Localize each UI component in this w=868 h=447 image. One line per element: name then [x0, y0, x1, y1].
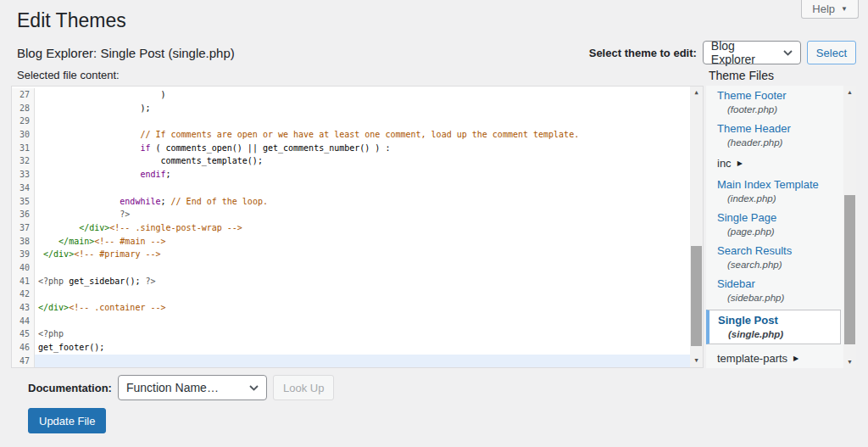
file-link-label: Single Page: [717, 212, 841, 224]
file-link-label: Sidebar: [717, 278, 841, 290]
documentation-label: Documentation:: [28, 382, 112, 394]
line-number: 32: [12, 154, 35, 168]
scroll-down-icon[interactable]: ▼: [690, 355, 703, 367]
theme-file-theme-header[interactable]: Theme Header(header.php): [706, 119, 856, 152]
theme-file-sidebar[interactable]: Sidebar(sidebar.php): [706, 274, 856, 307]
file-link-label: Theme Footer: [717, 90, 841, 102]
theme-files-panel: Theme Footer(footer.php)Theme Header(hea…: [706, 86, 856, 368]
code-line-46[interactable]: 46get_footer();: [12, 341, 703, 355]
theme-files-list: Theme Footer(footer.php)Theme Header(hea…: [706, 86, 856, 368]
code-line-35[interactable]: 35 endwhile; // End of the loop.: [12, 195, 703, 209]
theme-file-single-page[interactable]: Single Page(page.php): [706, 208, 856, 241]
file-name: (sidebar.php): [717, 293, 841, 303]
files-scrollbar[interactable]: ▲ ▼: [843, 86, 856, 368]
code-text: ): [35, 88, 703, 102]
line-number: 44: [12, 315, 35, 328]
file-link-label: Main Index Template: [717, 179, 841, 191]
code-line-34[interactable]: 34: [12, 182, 703, 195]
editor-column: Selected file content: 27 )28 );2930 // …: [11, 64, 704, 433]
theme-files-column: Theme Files Theme Footer(footer.php)Them…: [706, 64, 856, 433]
folder-label: inc: [717, 157, 732, 170]
code-text: [35, 315, 703, 328]
code-line-43[interactable]: 43</div><!-- .container -->: [12, 301, 703, 315]
code-line-36[interactable]: 36 ?>: [12, 208, 703, 221]
select-theme-button[interactable]: Select: [807, 41, 856, 64]
theme-files-title: Theme Files: [709, 69, 774, 82]
files-scrollbar-thumb[interactable]: [844, 195, 855, 344]
page-title: Edit Themes: [0, 0, 868, 32]
selected-file-content-label: Selected file content:: [17, 69, 120, 81]
documentation-row: Documentation: Function Name… Look Up: [28, 375, 704, 400]
code-text: </div><!-- .single-post-wrap -->: [35, 221, 703, 235]
line-number: 42: [12, 288, 35, 301]
line-number: 30: [12, 128, 35, 142]
code-line-31[interactable]: 31 if ( comments_open() || get_comments_…: [12, 142, 703, 155]
scroll-down-icon[interactable]: ▼: [843, 355, 856, 368]
folder-expand-icon: ▶: [793, 355, 798, 362]
theme-file-theme-footer[interactable]: Theme Footer(footer.php): [706, 86, 856, 119]
line-number: 45: [12, 327, 35, 341]
theme-select-value: Blog Explorer: [711, 39, 776, 66]
line-number: 43: [12, 301, 35, 315]
code-text: get_footer();: [35, 341, 703, 355]
code-line-44[interactable]: 44: [12, 315, 703, 328]
code-text: </div><!-- #primary -->: [35, 248, 703, 261]
code-text: <?php get_sidebar(); ?>: [35, 275, 703, 288]
chevron-down-icon: ▼: [841, 1, 848, 18]
line-number: 40: [12, 261, 35, 275]
theme-file-single-post[interactable]: Single Post(single.php): [706, 310, 841, 344]
theme-folder-template-parts[interactable]: template-parts▶: [706, 347, 856, 368]
code-text: endwhile; // End of the loop.: [35, 195, 703, 209]
code-line-45[interactable]: 45<?php: [12, 327, 703, 341]
code-line-30[interactable]: 30 // If comments are open or we have at…: [12, 128, 703, 142]
code-line-38[interactable]: 38 </main><!-- #main -->: [12, 235, 703, 249]
help-button[interactable]: Help ▼: [801, 0, 859, 19]
subtitle-row: Blog Explorer: Single Post (single.php) …: [17, 41, 856, 64]
code-line-41[interactable]: 41<?php get_sidebar(); ?>: [12, 275, 703, 288]
scroll-up-icon[interactable]: ▲: [690, 87, 703, 99]
line-number: 35: [12, 195, 35, 209]
code-line-40[interactable]: 40: [12, 261, 703, 275]
code-text: // If comments are open or we have at le…: [35, 128, 703, 142]
line-number: 47: [12, 355, 35, 368]
code-line-28[interactable]: 28 );: [12, 102, 703, 115]
line-number: 36: [12, 208, 35, 221]
scroll-up-icon[interactable]: ▲: [843, 86, 856, 98]
file-name: (footer.php): [717, 104, 841, 115]
file-breadcrumb: Blog Explorer: Single Post (single.php): [17, 46, 235, 60]
main-area: Selected file content: 27 )28 );2930 // …: [11, 64, 856, 433]
theme-file-search-results[interactable]: Search Results(search.php): [706, 241, 856, 274]
file-link-label: Single Post: [718, 315, 825, 327]
editor-scrollbar-thumb[interactable]: [691, 246, 702, 346]
line-number: 41: [12, 275, 35, 288]
code-text: endif;: [35, 168, 703, 182]
code-line-42[interactable]: 42: [12, 288, 703, 301]
code-text: <?php: [35, 327, 703, 341]
code-line-47[interactable]: 47: [12, 355, 703, 368]
theme-folder-inc[interactable]: inc▶: [706, 152, 856, 175]
code-line-33[interactable]: 33 endif;: [12, 168, 703, 182]
theme-select-dropdown[interactable]: Blog Explorer: [703, 41, 801, 64]
line-number: 37: [12, 221, 35, 235]
file-link-label: Theme Header: [717, 123, 841, 135]
theme-file-main-index-template[interactable]: Main Index Template(index.php): [706, 175, 856, 208]
line-number: 29: [12, 115, 35, 128]
code-line-29[interactable]: 29: [12, 115, 703, 128]
code-line-37[interactable]: 37 </div><!-- .single-post-wrap -->: [12, 221, 703, 235]
documentation-dropdown[interactable]: Function Name…: [118, 375, 267, 400]
code-editor[interactable]: 27 )28 );2930 // If comments are open or…: [11, 86, 704, 368]
line-number: 28: [12, 102, 35, 115]
code-text: if ( comments_open() || get_comments_num…: [35, 142, 703, 155]
update-file-button[interactable]: Update File: [28, 408, 106, 433]
code-line-27[interactable]: 27 ): [12, 88, 703, 102]
theme-select-row: Select theme to edit: Blog Explorer Sele…: [589, 41, 856, 64]
look-up-button[interactable]: Look Up: [273, 375, 334, 400]
code-text: [35, 115, 703, 128]
line-number: 38: [12, 235, 35, 249]
editor-scrollbar[interactable]: ▲ ▼: [690, 87, 703, 367]
code-line-39[interactable]: 39 </div><!-- #primary -->: [12, 248, 703, 261]
file-link-label: Search Results: [717, 245, 841, 257]
code-line-32[interactable]: 32 comments_template();: [12, 154, 703, 168]
code-text: [35, 261, 703, 275]
line-number: 27: [12, 88, 35, 102]
